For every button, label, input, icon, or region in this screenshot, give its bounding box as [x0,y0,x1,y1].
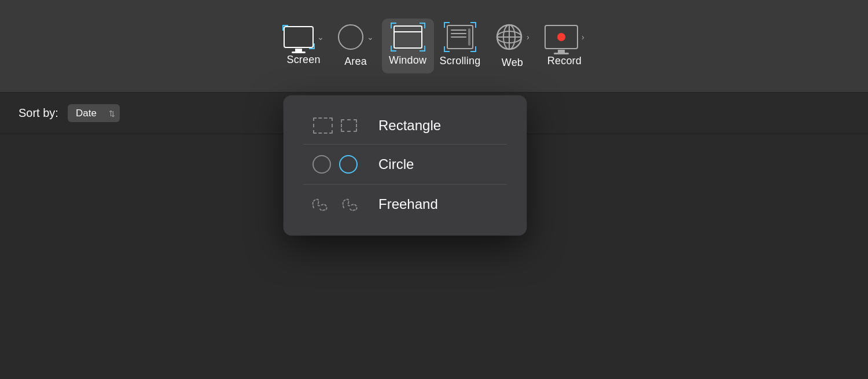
corner-tl [444,22,450,28]
circle-plain-icon [312,155,331,174]
toolbar-item-record[interactable]: › Record [538,18,590,74]
screen-icon [284,26,314,48]
area-chevron-icon: ⌄ [367,32,374,42]
freehand-icons [303,195,367,214]
dropdown-item-circle[interactable]: Circle [297,145,513,184]
globe-icon [495,23,523,51]
window-titlebar [395,27,421,32]
corner-bl [391,46,396,51]
sort-select[interactable]: Date Name Size Type [68,104,120,122]
screen-chevron-icon: ⌄ [317,32,324,42]
corner-tl [282,25,288,31]
rectangle-icons [303,117,367,134]
area-circle-icon [338,24,363,50]
dropdown-item-freehand[interactable]: Freehand [297,185,513,224]
web-chevron-icon: › [527,32,529,42]
record-label: Record [547,55,582,67]
web-icon-row: › [495,23,529,51]
corner-bl [444,46,450,52]
window-icon [393,25,422,49]
corner-br [470,46,476,52]
scroll-bar [468,28,470,46]
scrolling-icon [447,25,473,49]
corner-br [420,46,425,51]
screen-icon-row: ⌄ [284,26,324,48]
rect-outline-icon [313,117,333,134]
circle-blue-icon [339,155,358,174]
window-label: Window [389,54,426,67]
freehand-label: Freehand [378,196,507,212]
record-dot [557,33,565,41]
rect-filled-icon [341,119,357,132]
record-icon [545,25,578,49]
toolbar-item-area[interactable]: ⌄ Area [330,17,382,75]
toolbar-item-web[interactable]: › Web [486,16,538,76]
scrolling-label: Scrolling [440,55,481,67]
freehand-icon-1 [309,195,331,214]
shape-dropdown-popup: Rectangle Circle Freehand [284,95,527,236]
area-label: Area [344,56,367,68]
scroll-line [451,33,466,34]
scroll-lines [451,30,466,38]
scroll-line [451,36,466,38]
scroll-line [451,30,466,31]
corner-tl [391,23,396,28]
record-icon-row: › [545,25,584,49]
scrolling-icon-row [447,25,473,49]
web-label: Web [502,57,523,69]
toolbar-item-window[interactable]: Window [382,19,434,73]
record-chevron-icon: › [582,32,584,42]
toolbar-item-scrolling[interactable]: Scrolling [434,18,487,74]
sort-select-wrapper[interactable]: Date Name Size Type [68,104,120,122]
screen-label: Screen [286,54,320,66]
window-icon-row [393,25,422,49]
toolbar-item-screen[interactable]: ⌄ Screen [278,19,330,73]
dropdown-item-rectangle[interactable]: Rectangle [297,107,513,144]
corner-tr [470,22,476,28]
sort-by-label: Sort by: [19,106,58,120]
area-icon-row: ⌄ [338,24,374,50]
corner-tr [420,23,425,28]
rectangle-label: Rectangle [378,117,507,134]
circle-icons [303,155,367,174]
circle-label: Circle [378,156,507,172]
toolbar: ⌄ Screen ⌄ Area Window [0,0,868,93]
corner-br [309,43,315,49]
freehand-icon-2 [339,195,361,214]
